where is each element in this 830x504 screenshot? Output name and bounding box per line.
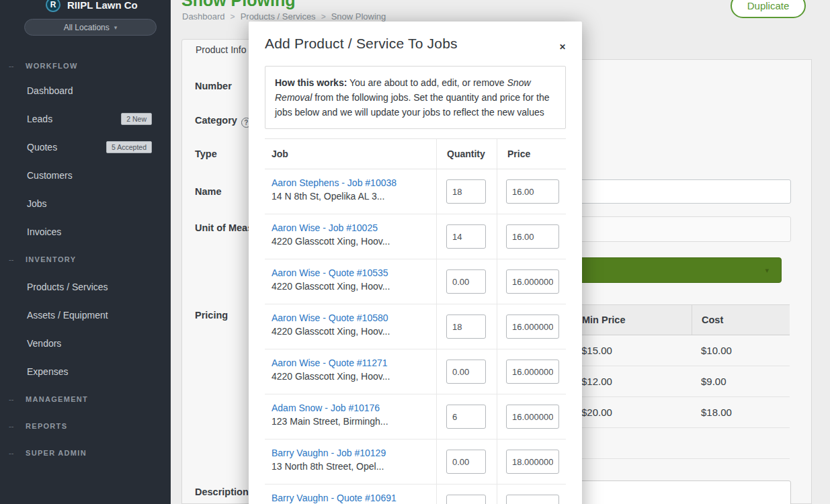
pricing-col-cost: Cost — [692, 305, 790, 335]
breadcrumb-separator: > — [231, 12, 235, 22]
job-address: 4220 Glasscott Xing, Hoov... — [272, 326, 431, 337]
description-label: Description — [195, 487, 249, 497]
quantity-input[interactable] — [446, 269, 486, 294]
duplicate-button[interactable]: Duplicate — [731, 0, 806, 18]
modal-body: How this works: You are about to add, ed… — [249, 66, 582, 504]
section-collapse-icon: -- — [9, 255, 13, 263]
cost-value: $9.00 — [692, 366, 790, 396]
jobs-table: Job Quantity Price Aaron Stephens - Job … — [265, 138, 566, 504]
location-selector[interactable]: All Locations ▾ — [24, 19, 157, 36]
price-input[interactable] — [506, 314, 559, 339]
nav-section-reports[interactable]: -- REPORTS — [0, 413, 171, 439]
job-link[interactable]: Barry Vaughn - Quote #10691 — [272, 493, 431, 503]
quantity-input[interactable] — [446, 360, 486, 384]
job-link[interactable]: Aaron Stephens - Job #10038 — [272, 177, 431, 188]
price-input[interactable] — [506, 495, 559, 504]
job-row: Barry Vaughn - Quote #10691 13 North 8th… — [265, 485, 566, 504]
nav-section-super-admin[interactable]: -- SUPER ADMIN — [0, 439, 171, 466]
sidebar-item-quotes[interactable]: Quotes 5 Accepted — [0, 133, 171, 161]
col-quantity: Quantity — [436, 139, 497, 169]
name-label: Name — [195, 186, 222, 197]
price-input[interactable] — [506, 224, 559, 249]
col-price: Price — [497, 139, 566, 169]
chevron-down-icon: ▾ — [114, 24, 118, 31]
col-job: Job — [265, 139, 436, 169]
quantity-input[interactable] — [446, 450, 486, 474]
leads-badge: 2 New — [121, 113, 152, 126]
company-name: RIIPL Lawn Co — [67, 0, 138, 11]
quantity-input[interactable] — [446, 495, 486, 504]
job-link[interactable]: Aaron Wise - Job #10025 — [272, 222, 431, 233]
how-this-works-note: How this works: You are about to add, ed… — [265, 66, 566, 129]
price-input[interactable] — [506, 405, 559, 429]
type-label: Type — [195, 149, 217, 159]
page-title: Snow Plowing — [181, 0, 295, 10]
nav-section-workflow: -- WORKFLOW — [0, 55, 171, 77]
job-link[interactable]: Aaron Wise - Quote #11271 — [272, 358, 431, 368]
quantity-input[interactable] — [446, 405, 486, 429]
job-link[interactable]: Adam Snow - Job #10176 — [272, 403, 431, 413]
modal-header: Add Product / Service To Jobs ✕ — [249, 22, 582, 60]
cost-value: $18.00 — [692, 397, 790, 427]
pricing-col-min-price: Min Price — [572, 305, 692, 335]
close-icon[interactable]: ✕ — [558, 41, 567, 53]
price-input[interactable] — [506, 360, 559, 384]
job-link[interactable]: Aaron Wise - Quote #10580 — [272, 312, 431, 323]
sidebar-item-dashboard[interactable]: Dashboard — [0, 77, 171, 105]
quantity-input[interactable] — [446, 179, 486, 204]
job-link[interactable]: Aaron Wise - Quote #10535 — [272, 267, 431, 278]
sidebar-item-products-services[interactable]: Products / Services — [0, 273, 171, 301]
quotes-badge: 5 Accepted — [106, 141, 152, 154]
breadcrumb-separator: > — [321, 12, 326, 22]
job-link[interactable]: Barry Vaughn - Job #10129 — [272, 448, 431, 458]
min-price-value: $15.00 — [572, 335, 692, 366]
breadcrumb-dashboard[interactable]: Dashboard — [182, 11, 225, 22]
sidebar-nav: -- WORKFLOW Dashboard Leads 2 New Quotes… — [0, 55, 171, 466]
nav-section-inventory: -- INVENTORY — [0, 246, 171, 273]
section-collapse-icon: -- — [9, 395, 13, 403]
pricing-label: Pricing — [195, 310, 228, 321]
job-row: Adam Snow - Job #10176 123 Main Street, … — [265, 394, 566, 439]
quantity-input[interactable] — [446, 224, 486, 249]
job-row: Barry Vaughn - Job #10129 13 North 8th S… — [265, 439, 566, 485]
job-address: 4220 Glasscott Xing, Hoov... — [272, 281, 431, 292]
chevron-down-icon: ▾ — [765, 266, 769, 275]
section-collapse-icon: -- — [9, 62, 13, 70]
price-input[interactable] — [506, 269, 559, 294]
breadcrumb: Dashboard > Products / Services > Snow P… — [182, 11, 386, 22]
location-selector-label: All Locations — [64, 23, 110, 32]
job-row: Aaron Wise - Quote #10580 4220 Glasscott… — [265, 304, 566, 349]
sidebar-item-invoices[interactable]: Invoices — [0, 218, 171, 246]
sidebar-item-vendors[interactable]: Vendors — [0, 329, 171, 358]
sidebar-item-jobs[interactable]: Jobs — [0, 190, 171, 218]
number-label: Number — [195, 81, 232, 91]
section-collapse-icon: -- — [9, 422, 13, 430]
min-price-value: $20.00 — [572, 397, 692, 427]
job-address: 123 Main Street, Birmingh... — [272, 416, 431, 427]
modal-title: Add Product / Service To Jobs — [265, 36, 566, 52]
category-label: Category? — [195, 115, 251, 126]
sidebar-item-leads[interactable]: Leads 2 New — [0, 105, 171, 133]
breadcrumb-current: Snow Plowing — [331, 11, 386, 22]
job-row: Aaron Wise - Quote #10535 4220 Glasscott… — [265, 259, 566, 304]
company-logo-icon: R — [46, 0, 60, 12]
sidebar: R RIIPL Lawn Co All Locations ▾ -- WORKF… — [0, 0, 171, 504]
breadcrumb-products-services[interactable]: Products / Services — [241, 11, 316, 22]
job-row: Aaron Stephens - Job #10038 14 N 8th St,… — [265, 169, 566, 214]
nav-section-management[interactable]: -- MANAGEMENT — [0, 386, 171, 413]
add-product-service-modal: Add Product / Service To Jobs ✕ How this… — [249, 22, 582, 504]
sidebar-item-customers[interactable]: Customers — [0, 161, 171, 190]
section-collapse-icon: -- — [9, 449, 13, 457]
job-address: 13 North 8th Street, Opel... — [272, 461, 431, 472]
job-row: Aaron Wise - Quote #11271 4220 Glasscott… — [265, 349, 566, 394]
job-address: 14 N 8th St, Opelika AL 3... — [272, 191, 431, 202]
price-input[interactable] — [506, 450, 559, 474]
price-input[interactable] — [506, 179, 559, 204]
quantity-input[interactable] — [446, 314, 486, 339]
job-address: 4220 Glasscott Xing, Hoov... — [272, 371, 431, 382]
cost-value: $10.00 — [692, 335, 790, 366]
company-logo-row: R RIIPL Lawn Co — [0, 0, 171, 14]
job-row: Aaron Wise - Job #10025 4220 Glasscott X… — [265, 214, 566, 259]
sidebar-item-assets-equipment[interactable]: Assets / Equipment — [0, 301, 171, 329]
sidebar-item-expenses[interactable]: Expenses — [0, 358, 171, 386]
